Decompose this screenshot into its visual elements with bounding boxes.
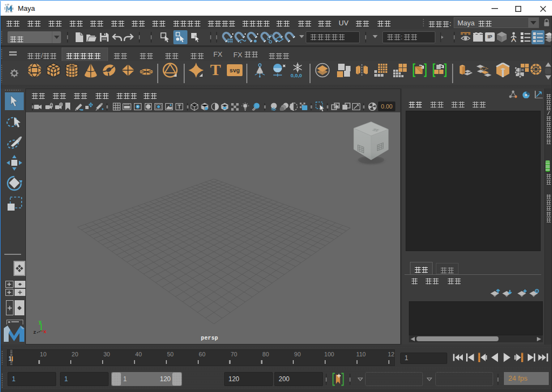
svg-text:0,0,0: 0,0,0 [291, 72, 302, 78]
